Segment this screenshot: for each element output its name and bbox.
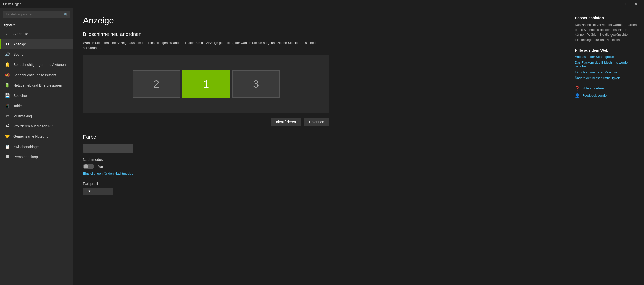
toggle-knob bbox=[84, 164, 88, 168]
sidebar-item-label: Projizieren auf diesen PC bbox=[13, 124, 53, 128]
sidebar-item-sound[interactable]: 🔊 Sound bbox=[0, 49, 73, 59]
sidebar-item-benachrichtigungsassistent[interactable]: 🔕 Benachrichtigungsassistent bbox=[0, 70, 73, 80]
sidebar-section-title: System bbox=[0, 21, 73, 29]
nachtmodus-settings-link[interactable]: Einstellungen für den Nachtmodus bbox=[83, 172, 556, 175]
sidebar-item-remotedesktop[interactable]: 🖥 Remotedesktop bbox=[0, 152, 73, 162]
remote-icon: 🖥 bbox=[5, 155, 10, 159]
battery-icon: 🔋 bbox=[5, 83, 10, 88]
sidebar-item-multitasking[interactable]: ⧉ Multitasking bbox=[0, 111, 73, 121]
titlebar: Einstellungen – ❐ ✕ bbox=[0, 0, 644, 8]
display-icon: 🖥 bbox=[5, 42, 10, 46]
hilfe-anfordern-row[interactable]: ❓ Hilfe anfordern bbox=[575, 86, 638, 91]
monitor-button-row: Identifizieren Erkennen bbox=[83, 118, 329, 126]
sidebar-item-speicher[interactable]: 💾 Speicher bbox=[0, 90, 73, 101]
monitor-2[interactable]: 2 bbox=[133, 70, 180, 98]
sidebar-item-label: Zwischenablage bbox=[13, 145, 39, 149]
detect-button[interactable]: Erkennen bbox=[304, 118, 329, 126]
rearrange-description: Wählen Sie unten eine Anzeige aus, um ih… bbox=[83, 40, 324, 50]
sidebar-item-label: Remotedesktop bbox=[13, 155, 38, 159]
besser-schlafen-title: Besser schlafen bbox=[575, 16, 638, 20]
sidebar-item-label: Benachrichtigungsassistent bbox=[13, 73, 56, 77]
main-content: Anzeige Bildschirme neu anordnen Wählen … bbox=[73, 8, 569, 285]
multitasking-icon: ⧉ bbox=[5, 114, 10, 118]
farbprofil-dropdown[interactable]: ▼ bbox=[83, 188, 113, 195]
color-picker[interactable] bbox=[83, 144, 133, 153]
sidebar-item-startseite[interactable]: ⌂ Startseite bbox=[0, 29, 73, 39]
nachtmodus-toggle-row: Aus bbox=[83, 164, 556, 169]
monitor-1[interactable]: 1 bbox=[182, 70, 230, 98]
sidebar-item-projizieren[interactable]: 📽 Projizieren auf diesen PC bbox=[0, 121, 73, 131]
sidebar-item-netzbetrieb[interactable]: 🔋 Netzbetrieb und Energiesparen bbox=[0, 80, 73, 90]
share-icon: 🤝 bbox=[5, 134, 10, 139]
sidebar-item-label: Netzbetrieb und Energiesparen bbox=[13, 83, 62, 87]
nachtmodus-label: Nachtmodus bbox=[83, 158, 556, 162]
monitor-3[interactable]: 3 bbox=[232, 70, 280, 98]
sidebar-item-label: Multitasking bbox=[13, 114, 32, 118]
right-link-2[interactable]: Einrichten mehrerer Monitore bbox=[575, 70, 638, 74]
rearrange-title: Bildschirme neu anordnen bbox=[83, 31, 556, 37]
monitor-3-number: 3 bbox=[253, 78, 259, 90]
feedback-icon: 👤 bbox=[575, 93, 580, 98]
close-button[interactable]: ✕ bbox=[630, 0, 642, 8]
hilfe-anfordern-text: Hilfe anfordern bbox=[582, 86, 604, 90]
sidebar-item-label: Speicher bbox=[13, 94, 27, 98]
sidebar-item-label: Startseite bbox=[13, 32, 28, 36]
help-icon: ❓ bbox=[575, 86, 580, 91]
sidebar-item-label: Benachrichtigungen und Aktionen bbox=[13, 63, 66, 67]
farbprofil-label: Farbprofil bbox=[83, 182, 556, 186]
right-panel: Besser schlafen Das Nachtlicht verwendet… bbox=[569, 8, 644, 285]
sidebar-item-benachrichtigungen[interactable]: 🔔 Benachrichtigungen und Aktionen bbox=[0, 59, 73, 70]
chevron-down-icon: ▼ bbox=[88, 189, 91, 193]
hilfe-web-title: Hilfe aus dem Web bbox=[575, 48, 638, 52]
monitor-arrangement-area: 2 1 3 bbox=[83, 55, 329, 113]
right-link-3[interactable]: Ändern der Bildschirmhelligkeit bbox=[575, 76, 638, 80]
sidebar-item-tablet[interactable]: 📱 Tablet bbox=[0, 101, 73, 111]
app-title: Einstellungen bbox=[2, 2, 21, 6]
search-input[interactable] bbox=[3, 11, 70, 18]
monitor-2-number: 2 bbox=[153, 78, 159, 90]
feedback-senden-row[interactable]: 👤 Feedback senden bbox=[575, 93, 638, 98]
farbe-title: Farbe bbox=[83, 134, 556, 140]
right-link-1[interactable]: Das Flackern des Bildschirms wurde behob… bbox=[575, 61, 638, 68]
monitor-1-number: 1 bbox=[203, 78, 209, 90]
window-controls: – ❐ ✕ bbox=[606, 0, 642, 8]
sidebar: 🔍 System ⌂ Startseite 🖥 Anzeige 🔊 Sound … bbox=[0, 8, 73, 285]
storage-icon: 💾 bbox=[5, 93, 10, 98]
notification-icon: 🔔 bbox=[5, 62, 10, 67]
home-icon: ⌂ bbox=[5, 32, 10, 36]
feedback-senden-text: Feedback senden bbox=[582, 94, 608, 97]
besser-schlafen-desc: Das Nachtlicht verwendet wärmere Farben,… bbox=[575, 22, 638, 42]
sound-icon: 🔊 bbox=[5, 52, 10, 57]
sidebar-item-label: Gemeinsame Nutzung bbox=[13, 134, 48, 138]
sidebar-item-label: Tablet bbox=[13, 104, 23, 108]
tablet-icon: 📱 bbox=[5, 103, 10, 108]
nachtmodus-toggle[interactable] bbox=[83, 164, 94, 169]
sidebar-item-gemeinsame[interactable]: 🤝 Gemeinsame Nutzung bbox=[0, 131, 73, 141]
sidebar-item-label: Sound bbox=[13, 52, 23, 56]
app-body: 🔍 System ⌂ Startseite 🖥 Anzeige 🔊 Sound … bbox=[0, 8, 644, 285]
minimize-button[interactable]: – bbox=[606, 0, 618, 8]
sidebar-item-anzeige[interactable]: 🖥 Anzeige bbox=[0, 39, 73, 49]
sidebar-item-label: Anzeige bbox=[13, 42, 26, 46]
quiet-icon: 🔕 bbox=[5, 73, 10, 77]
search-icon: 🔍 bbox=[64, 12, 68, 16]
identify-button[interactable]: Identifizieren bbox=[271, 118, 301, 126]
right-link-0[interactable]: Anpassen der Schriftgröße bbox=[575, 55, 638, 59]
sidebar-item-zwischenablage[interactable]: 📋 Zwischenablage bbox=[0, 141, 73, 152]
project-icon: 📽 bbox=[5, 124, 10, 128]
search-container: 🔍 bbox=[3, 11, 70, 18]
page-title: Anzeige bbox=[83, 16, 556, 25]
clipboard-icon: 📋 bbox=[5, 144, 10, 149]
nachtmodus-state: Aus bbox=[98, 164, 104, 168]
maximize-button[interactable]: ❐ bbox=[618, 0, 630, 8]
